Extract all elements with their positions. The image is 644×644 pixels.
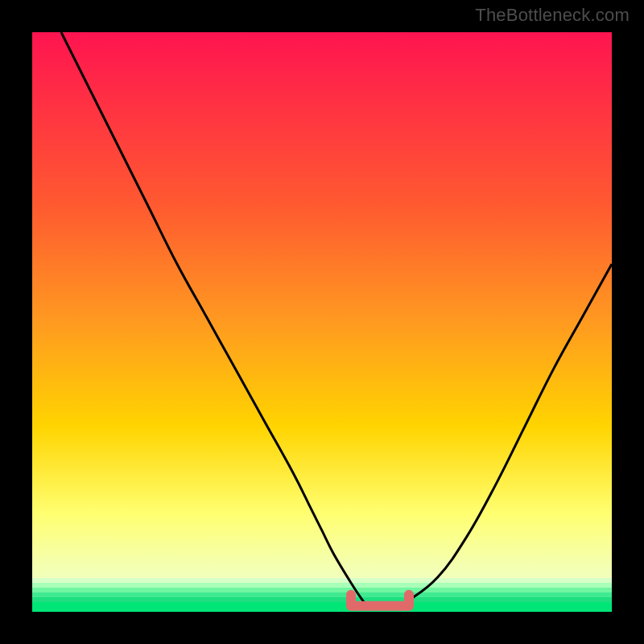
watermark-text: TheBottleneck.com [475,5,630,26]
svg-rect-0 [32,578,612,583]
svg-rect-2 [32,588,612,592]
plot-area [32,32,612,612]
svg-rect-5 [32,602,612,612]
svg-rect-4 [32,597,612,602]
chart-frame: TheBottleneck.com [0,0,644,644]
green-bands [32,578,612,612]
gradient-background [32,32,612,612]
svg-rect-3 [32,592,612,597]
svg-rect-1 [32,583,612,588]
chart-svg [32,32,612,612]
